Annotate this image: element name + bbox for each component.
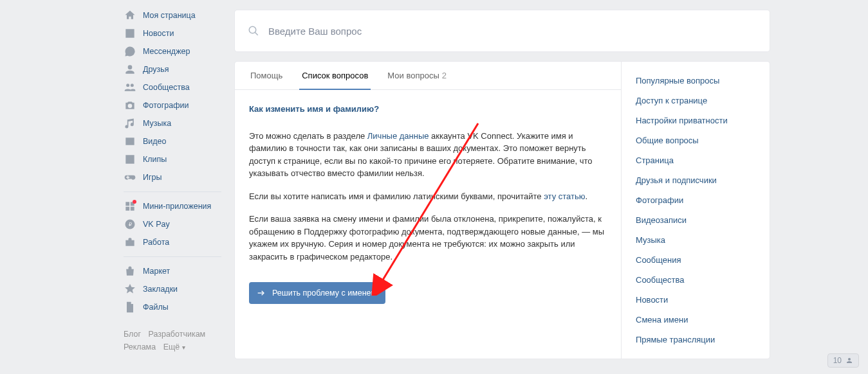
article-column: Помощь Список вопросов Мои вопросы 2 Как… xyxy=(235,62,622,359)
article-paragraph: Если ваша заявка на смену имени и фамили… xyxy=(249,213,607,263)
sidebar-label: Музыка xyxy=(143,119,171,128)
sidebar-item-market[interactable]: Маркет xyxy=(120,262,225,280)
person-icon xyxy=(845,357,853,364)
footer-devs-link[interactable]: Разработчикам xyxy=(149,330,206,339)
main-content: Помощь Список вопросов Мои вопросы 2 Как… xyxy=(235,0,770,359)
chat-icon xyxy=(124,45,136,58)
visitor-counter[interactable]: 10 xyxy=(827,353,859,368)
sidebar-item-photos[interactable]: Фотографии xyxy=(120,96,225,114)
left-sidebar: Моя страница Новости Мессенджер Друзья С… xyxy=(120,0,225,359)
sidebar-item-messenger[interactable]: Мессенджер xyxy=(120,42,225,60)
sidebar-item-news[interactable]: Новости xyxy=(120,24,225,42)
topic-general[interactable]: Общие вопросы xyxy=(622,130,770,150)
sidebar-footer: Блог Разработчикам Реклама Ещё ▾ xyxy=(120,328,225,354)
search-icon xyxy=(248,25,259,37)
tab-label: Помощь xyxy=(250,71,282,80)
footer-more-link[interactable]: Ещё ▾ xyxy=(163,343,185,352)
search-input[interactable] xyxy=(268,26,757,37)
sidebar-label: Игры xyxy=(143,173,162,182)
topic-music[interactable]: Музыка xyxy=(622,230,770,250)
topic-popular[interactable]: Популярные вопросы xyxy=(622,71,770,91)
work-icon xyxy=(124,236,136,249)
sidebar-item-my-page[interactable]: Моя страница xyxy=(120,6,225,24)
news-icon xyxy=(124,27,136,40)
sidebar-item-files[interactable]: Файлы xyxy=(120,298,225,316)
svg-line-3 xyxy=(255,32,258,35)
topic-privacy[interactable]: Настройки приватности xyxy=(622,111,770,130)
sidebar-item-music[interactable]: Музыка xyxy=(120,114,225,132)
sidebar-separator xyxy=(124,256,221,257)
game-icon xyxy=(124,171,136,184)
sidebar-label: VK Pay xyxy=(143,220,170,229)
topic-live[interactable]: Прямые трансляции xyxy=(622,330,770,350)
camera-icon xyxy=(124,99,136,112)
topic-friends[interactable]: Друзья и подписчики xyxy=(622,170,770,190)
article-paragraph: Это можно сделать в разделе Личные данны… xyxy=(249,130,607,180)
notification-dot-icon xyxy=(133,200,136,204)
tab-my-questions[interactable]: Мои вопросы 2 xyxy=(385,62,449,90)
sidebar-label: Закладки xyxy=(143,285,178,294)
sidebar-separator xyxy=(124,191,221,192)
chevron-down-icon: ▾ xyxy=(182,344,185,351)
sidebar-label: Клипы xyxy=(143,155,167,164)
sidebar-label: Видео xyxy=(143,137,167,146)
video-icon xyxy=(124,135,136,148)
sidebar-item-clips[interactable]: Клипы xyxy=(120,150,225,168)
topics-column: Популярные вопросы Доступ к странице Нас… xyxy=(622,62,770,359)
footer-blog-link[interactable]: Блог xyxy=(124,330,141,339)
sidebar-item-vk-pay[interactable]: ₽ VK Pay xyxy=(120,215,225,233)
sidebar-item-mini-apps[interactable]: Мини-приложения xyxy=(120,197,225,215)
search-card xyxy=(235,10,770,51)
person-icon xyxy=(124,63,136,76)
solve-name-problem-button[interactable]: Решить проблему с именем xyxy=(249,282,385,304)
sidebar-label: Фотографии xyxy=(143,101,189,110)
topic-access[interactable]: Доступ к странице xyxy=(622,91,770,111)
tab-count: 2 xyxy=(442,71,447,80)
pay-icon: ₽ xyxy=(124,218,136,231)
sidebar-label: Мини-приложения xyxy=(143,202,211,211)
star-icon xyxy=(124,283,136,296)
group-icon xyxy=(124,81,136,94)
topic-page[interactable]: Страница xyxy=(622,150,770,170)
sidebar-label: Работа xyxy=(143,238,169,247)
arrow-right-icon xyxy=(255,287,267,299)
tab-faq-list[interactable]: Список вопросов xyxy=(299,62,371,90)
topic-videos[interactable]: Видеозаписи xyxy=(622,210,770,230)
svg-text:₽: ₽ xyxy=(129,221,132,227)
topic-messages[interactable]: Сообщения xyxy=(622,250,770,270)
sidebar-label: Сообщества xyxy=(143,83,190,92)
sidebar-label: Файлы xyxy=(143,303,169,312)
doc-icon xyxy=(124,301,136,314)
home-icon xyxy=(124,9,136,22)
sidebar-label: Моя страница xyxy=(143,11,196,20)
svg-point-2 xyxy=(249,26,256,33)
topic-name-change[interactable]: Смена имени xyxy=(622,310,770,330)
sidebar-label: Новости xyxy=(143,29,174,38)
clips-icon xyxy=(124,153,136,166)
sidebar-item-bookmarks[interactable]: Закладки xyxy=(120,280,225,298)
article-paragraph: Если вы хотите написать имя и фамилию ла… xyxy=(249,190,607,203)
topic-news[interactable]: Новости xyxy=(622,290,770,310)
sidebar-item-video[interactable]: Видео xyxy=(120,132,225,150)
sidebar-label: Мессенджер xyxy=(143,47,190,56)
footer-ads-link[interactable]: Реклама xyxy=(124,343,156,352)
tab-label: Список вопросов xyxy=(302,71,368,80)
sidebar-label: Маркет xyxy=(143,267,170,276)
topic-photos[interactable]: Фотографии xyxy=(622,190,770,210)
tab-help[interactable]: Помощь xyxy=(248,62,285,90)
content-card: Помощь Список вопросов Мои вопросы 2 Как… xyxy=(235,62,770,359)
article-title: Как изменить имя и фамилию? xyxy=(249,103,607,116)
personal-data-link[interactable]: Личные данные xyxy=(367,131,429,141)
topic-communities[interactable]: Сообщества xyxy=(622,270,770,290)
apps-icon xyxy=(124,200,136,213)
counter-value: 10 xyxy=(833,356,842,365)
sidebar-item-work[interactable]: Работа xyxy=(120,233,225,251)
market-icon xyxy=(124,265,136,278)
sidebar-item-games[interactable]: Игры xyxy=(120,168,225,186)
tab-label: Мои вопросы xyxy=(387,71,439,80)
sidebar-item-communities[interactable]: Сообщества xyxy=(120,78,225,96)
this-article-link[interactable]: эту статью xyxy=(544,191,585,201)
button-label: Решить проблему с именем xyxy=(272,289,376,298)
tabs-bar: Помощь Список вопросов Мои вопросы 2 xyxy=(235,62,621,90)
sidebar-item-friends[interactable]: Друзья xyxy=(120,60,225,78)
